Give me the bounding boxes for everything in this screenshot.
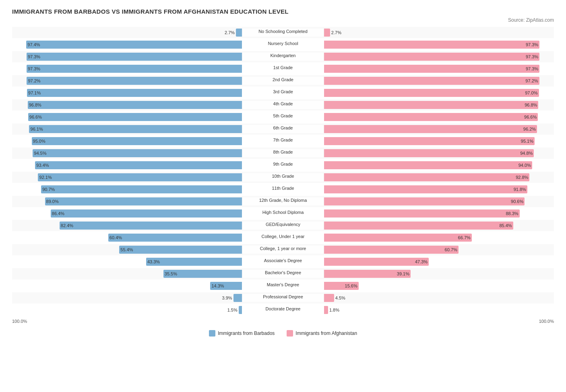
bar-pink: 91.8% [324,185,527,193]
left-side: 97.3% [12,65,243,73]
val-right: 97.3% [526,66,539,71]
bar-pink: 97.0% [324,89,539,97]
val-outside-left: 1.5% [227,308,238,312]
val-right: 85.4% [499,223,513,228]
left-side: 96.8% [12,101,243,109]
bar-pink: 96.2% [324,125,537,133]
source-line: Source: ZipAtlas.com [12,17,554,23]
bars-wrapper: 2.7% No Schooling Completed 2.7% [12,29,554,37]
val-outside-right: 1.8% [329,308,339,312]
label-center: Bachelor's Degree [243,270,323,278]
bars-wrapper: 93.4% 9th Grade 94.0% [12,161,554,169]
label-center: College, Under 1 year [243,234,323,242]
legend-item-blue: Immigrants from Barbados [209,330,275,337]
right-side: 60.7% [323,246,554,254]
bar-blue: 94.5% [33,149,242,157]
table-row: 1.5% Doctorate Degree 1.8% [12,304,554,316]
label-center: 2nd Grade [243,77,323,85]
right-side: 4.5% [323,294,554,302]
bars-wrapper: 55.4% College, 1 year or more 60.7% [12,246,554,254]
bar-blue [239,306,242,314]
val-right: 94.0% [518,163,532,168]
label-center: 8th Grade [243,149,323,157]
label-center: 12th Grade, No Diploma [243,197,323,205]
bar-pink: 97.3% [324,41,539,49]
bar-blue: 89.0% [45,197,242,205]
left-side: 1.5% [12,306,243,314]
label-center: Kindergarten [243,53,323,61]
table-row: 96.1% 6th Grade 96.2% [12,123,554,135]
val-left: 90.7% [41,187,55,192]
left-side: 90.7% [12,185,243,193]
label-center: 4th Grade [243,101,323,109]
table-row: 3.9% Professional Degree 4.5% [12,292,554,304]
bar-pink: 47.3% [324,258,429,266]
label-center: Doctorate Degree [243,306,323,314]
label-center: No Schooling Completed [243,29,323,37]
bars-wrapper: 97.3% 1st Grade 97.3% [12,65,554,73]
val-right: 96.8% [525,103,538,107]
bars-wrapper: 97.2% 2nd Grade 97.2% [12,77,554,85]
left-side: 14.3% [12,282,243,290]
label-center: 5th Grade [243,113,323,121]
right-side: 15.6% [323,282,554,290]
bars-wrapper: 82.4% GED/Equivalency 85.4% [12,222,554,230]
left-side: 97.1% [12,89,243,97]
bars-wrapper: 35.5% Bachelor's Degree 39.1% [12,270,554,278]
label-center: 7th Grade [243,137,323,145]
label-center: High School Diploma [243,209,323,218]
val-left: 92.1% [38,175,52,180]
left-side: 95.0% [12,137,243,145]
bars-wrapper: 96.6% 5th Grade 96.6% [12,113,554,121]
val-outside-right: 2.7% [331,30,341,35]
table-row: 2.7% No Schooling Completed 2.7% [12,27,554,38]
table-row: 97.3% 1st Grade 97.3% [12,63,554,74]
bar-blue: 35.5% [163,270,242,278]
table-row: 82.4% GED/Equivalency 85.4% [12,220,554,231]
left-side: 55.4% [12,246,243,254]
bar-pink: 88.3% [324,209,520,218]
bars-wrapper: 14.3% Master's Degree 15.6% [12,282,554,290]
right-side: 96.6% [323,113,554,121]
label-center: 10th Grade [243,173,323,181]
bar-blue: 96.8% [28,101,242,109]
val-left: 55.4% [119,247,133,252]
right-side: 94.0% [323,161,554,169]
val-left: 89.0% [45,199,59,204]
left-side: 43.3% [12,258,243,266]
left-side: 35.5% [12,270,243,278]
table-row: 97.2% 2nd Grade 97.2% [12,75,554,86]
label-center: 3rd Grade [243,89,323,97]
val-outside-left: 3.9% [222,296,232,300]
val-left: 96.1% [29,127,43,131]
label-center: 11th Grade [243,185,323,193]
axis-left: 100.0% [12,319,27,324]
bar-blue: 97.2% [27,77,242,85]
val-left: 93.4% [35,163,49,168]
val-right: 95.1% [521,139,535,144]
val-left: 97.3% [27,66,40,71]
bar-blue: 95.0% [32,137,242,145]
left-side: 97.2% [12,77,243,85]
bar-blue: 96.1% [29,125,242,133]
bar-blue: 86.4% [51,209,242,218]
bar-pink: 90.6% [324,197,525,205]
val-right: 60.7% [445,247,459,252]
label-center: Professional Degree [243,294,323,302]
val-left: 43.3% [146,259,160,264]
val-left: 95.0% [32,139,45,144]
left-side: 82.4% [12,222,243,230]
val-right: 91.8% [514,187,527,192]
left-side: 97.4% [12,41,243,49]
bar-pink: 92.8% [324,173,529,181]
bars-wrapper: 94.5% 8th Grade 94.8% [12,149,554,157]
bar-blue: 82.4% [60,222,242,230]
val-left: 94.5% [33,151,46,156]
left-side: 93.4% [12,161,243,169]
table-row: 55.4% College, 1 year or more 60.7% [12,244,554,255]
chart-title: IMMIGRANTS FROM BARBADOS VS IMMIGRANTS F… [12,8,554,15]
val-left: 60.4% [108,235,122,240]
val-left: 82.4% [60,223,73,228]
bar-pink: 39.1% [324,270,411,278]
label-center: College, 1 year or more [243,246,323,254]
